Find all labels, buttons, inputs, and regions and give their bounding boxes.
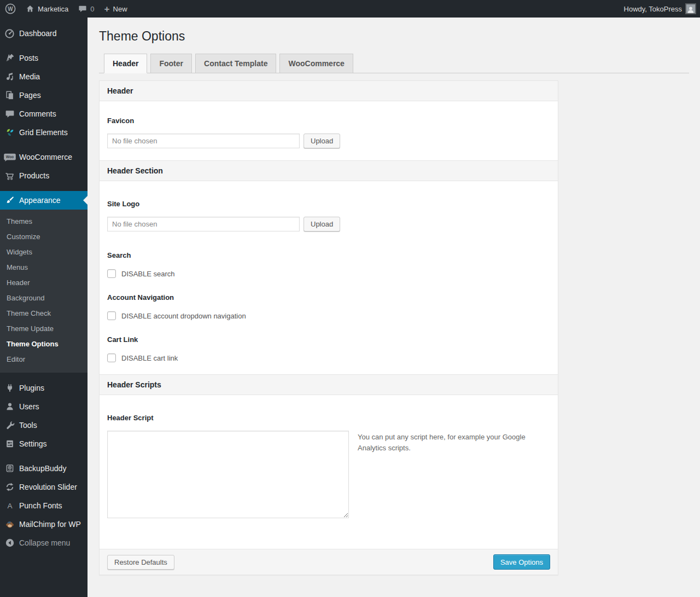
page-title: Theme Options: [99, 28, 689, 44]
new-label: New: [113, 5, 127, 13]
mailchimp-monkey-icon: [0, 519, 19, 529]
sidebar-item-users[interactable]: Users: [0, 397, 88, 416]
sidebar-item-pages[interactable]: Pages: [0, 86, 88, 105]
main-content: Theme Options Header Footer Contact Temp…: [88, 0, 700, 597]
comment-bubble-icon: [78, 4, 87, 13]
woocommerce-icon: Woo: [0, 152, 19, 162]
panel-footer: Restore Defaults Save Options: [100, 549, 558, 575]
section-header-scripts-bar: Header Scripts: [100, 374, 558, 395]
sidebar-label: Settings: [19, 439, 47, 448]
header-script-textarea[interactable]: [107, 431, 349, 518]
favicon-row: Upload: [107, 134, 550, 148]
favicon-file-input[interactable]: [107, 134, 300, 148]
sidebar-item-settings[interactable]: Settings: [0, 434, 88, 453]
comments-shortcut[interactable]: 0: [73, 0, 99, 18]
tab-footer[interactable]: Footer: [150, 54, 192, 73]
site-name-label: Marketica: [38, 5, 68, 13]
admin-bar-left: W Marketica 0 + New: [0, 0, 132, 18]
submenu-item-header[interactable]: Header: [0, 275, 88, 291]
site-logo-upload-button[interactable]: Upload: [304, 217, 340, 231]
options-panel: Header Favicon Upload Header Section Sit…: [99, 80, 558, 575]
section-header-section-body: Site Logo Upload Search DISABLE search A…: [100, 181, 558, 362]
pin-icon: [0, 53, 19, 63]
search-label: Search: [107, 251, 550, 259]
new-content-menu[interactable]: + New: [100, 0, 132, 18]
submenu-item-theme-update[interactable]: Theme Update: [0, 321, 88, 337]
menu-separator: [0, 453, 88, 459]
sidebar-item-revolution-slider[interactable]: Revolution Slider: [0, 478, 88, 496]
submenu-item-widgets[interactable]: Widgets: [0, 245, 88, 260]
appearance-submenu: Themes Customize Widgets Menus Header Ba…: [0, 210, 88, 373]
sidebar-item-backupbuddy[interactable]: BackupBuddy: [0, 459, 88, 478]
sidebar-item-dashboard[interactable]: Dashboard: [0, 24, 88, 43]
sidebar-item-grid-elements[interactable]: Grid Elements: [0, 123, 88, 142]
tab-contact-template[interactable]: Contact Template: [195, 54, 276, 73]
header-script-row: You can put any script here, for example…: [107, 431, 550, 518]
submenu-item-themes[interactable]: Themes: [0, 214, 88, 229]
disable-cart-link-checkbox[interactable]: [107, 353, 116, 362]
site-name-link[interactable]: Marketica: [21, 0, 73, 18]
submenu-item-theme-check[interactable]: Theme Check: [0, 306, 88, 321]
submenu-item-background[interactable]: Background: [0, 291, 88, 306]
sidebar-item-products[interactable]: Products: [0, 166, 88, 185]
menu-separator: [0, 142, 88, 148]
disable-account-nav-row: DISABLE account dropdown navigation: [107, 311, 550, 320]
home-icon: [26, 4, 34, 13]
collapse-menu-button[interactable]: Collapse menu: [0, 534, 88, 552]
grid-elements-icon: [0, 127, 19, 137]
submenu-item-customize[interactable]: Customize: [0, 229, 88, 245]
sidebar-item-woocommerce[interactable]: Woo WooCommerce: [0, 148, 88, 166]
sidebar-item-punch-fonts[interactable]: A Punch Fonts: [0, 496, 88, 515]
sidebar-item-posts[interactable]: Posts: [0, 49, 88, 67]
sidebar-label: Tools: [19, 421, 37, 430]
comments-icon: [0, 109, 19, 119]
sidebar-label: Plugins: [19, 384, 44, 392]
submenu-item-theme-options[interactable]: Theme Options: [0, 337, 88, 352]
account-menu[interactable]: Howdy, TokoPress: [619, 0, 700, 18]
sidebar-item-media[interactable]: Media: [0, 67, 88, 86]
sidebar-label: Users: [19, 402, 39, 411]
plus-icon: +: [104, 4, 110, 14]
submenu-item-editor[interactable]: Editor: [0, 352, 88, 367]
sidebar-item-plugins[interactable]: Plugins: [0, 379, 88, 397]
admin-bar: W Marketica 0 + New Ho: [0, 0, 700, 18]
disable-account-nav-label: DISABLE account dropdown navigation: [121, 312, 246, 320]
sidebar-label: Dashboard: [19, 29, 57, 38]
svg-text:W: W: [8, 6, 13, 12]
admin-bar-right: Howdy, TokoPress: [619, 0, 700, 18]
header-script-hint: You can put any script here, for example…: [358, 432, 528, 454]
brush-icon: [0, 195, 19, 205]
plug-icon: [0, 383, 19, 393]
disable-search-checkbox[interactable]: [107, 269, 116, 278]
submenu-item-menus[interactable]: Menus: [0, 260, 88, 275]
letter-a-icon: A: [0, 501, 19, 511]
tab-header[interactable]: Header: [104, 54, 147, 73]
wordpress-logo-menu[interactable]: W: [0, 0, 21, 18]
save-options-button[interactable]: Save Options: [493, 554, 550, 570]
sidebar-label: Products: [19, 171, 49, 180]
sidebar-label: Revolution Slider: [19, 483, 77, 491]
favicon-label: Favicon: [107, 117, 550, 125]
sidebar-item-mailchimp[interactable]: MailChimp for WP: [0, 515, 88, 534]
site-logo-file-input[interactable]: [107, 217, 300, 231]
favicon-upload-button[interactable]: Upload: [304, 134, 340, 148]
comment-count: 0: [90, 5, 94, 13]
cart-icon: [0, 171, 19, 181]
sidebar-label: Punch Fonts: [19, 501, 62, 510]
howdy-label: Howdy, TokoPress: [624, 5, 682, 13]
tab-woocommerce[interactable]: WooCommerce: [279, 54, 353, 73]
restore-defaults-button[interactable]: Restore Defaults: [107, 555, 174, 570]
section-header-section-bar: Header Section: [100, 160, 558, 181]
cart-link-label: Cart Link: [107, 335, 550, 344]
site-logo-label: Site Logo: [107, 200, 550, 208]
backup-icon: [0, 463, 19, 473]
sidebar-item-comments[interactable]: Comments: [0, 105, 88, 123]
collapse-arrow-icon: [0, 538, 19, 548]
sidebar-item-appearance[interactable]: Appearance: [0, 191, 88, 210]
sidebar-label: Posts: [19, 54, 38, 62]
disable-account-nav-checkbox[interactable]: [107, 311, 116, 320]
spacer: [107, 148, 550, 160]
sidebar-item-tools[interactable]: Tools: [0, 416, 88, 434]
menu-separator: [0, 43, 88, 49]
site-logo-row: Upload: [107, 217, 550, 231]
